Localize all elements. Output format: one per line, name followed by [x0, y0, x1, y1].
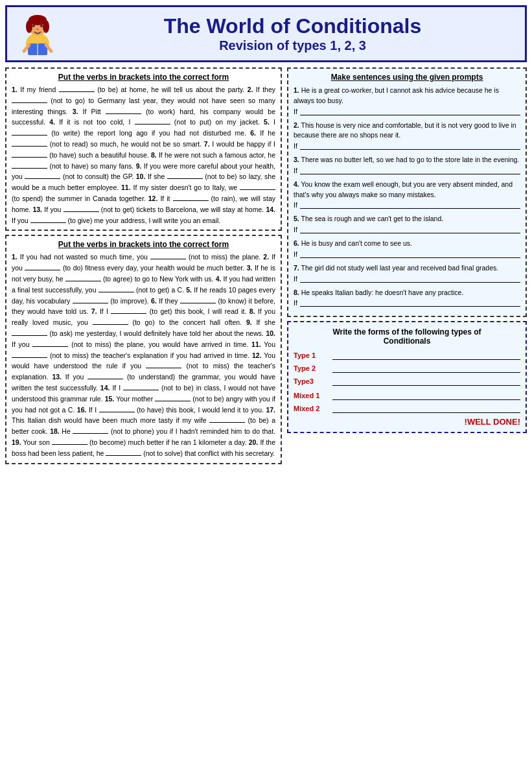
- prompt-3-text: 3. There was no butter left, so we had t…: [294, 155, 520, 165]
- exercise-4-title: Write the forms of the following types o…: [294, 327, 520, 346]
- right-column: Make sentences using the given prompts 1…: [287, 67, 527, 464]
- prompt-6-if: If: [294, 250, 297, 258]
- svg-point-6: [40, 25, 43, 27]
- cond-type2-row: Type 2: [294, 364, 520, 373]
- prompt-2-if: If: [294, 142, 297, 150]
- prompt-5: 5. The sea is rough and we can't get to …: [294, 214, 520, 233]
- exercise-3-title: Make sentences using the given prompts: [294, 73, 520, 82]
- cond-mixed1-row: Mixed 1: [294, 391, 520, 400]
- prompt-7: 7. The girl did not study well last year…: [294, 263, 520, 283]
- main-content: Put the verbs in brackets into the corre…: [5, 67, 527, 464]
- prompt-3: 3. There was no butter left, so we had t…: [294, 155, 520, 174]
- prompt-1-text: 1. He is a great co-worker, but I cannot…: [294, 86, 520, 106]
- prompt-7-text: 7. The girl did not study well last year…: [294, 263, 520, 274]
- page-title: The World of Conditionals: [68, 14, 517, 38]
- cond-mixed2-label: Mixed 2: [294, 405, 332, 412]
- exercise-4-box: Write the forms of the following types o…: [287, 321, 527, 433]
- cond-mixed2-row: Mixed 2: [294, 404, 520, 413]
- prompt-6-line: If: [294, 250, 520, 258]
- prompt-8: 8. He speaks Italian badly: he doesn't h…: [294, 288, 520, 307]
- prompt-1-line: If: [294, 108, 520, 115]
- prompt-7-if: If: [294, 275, 297, 283]
- prompt-3-line: If: [294, 167, 520, 174]
- prompt-6-text: 6. He is busy and can't come to see us.: [294, 239, 520, 249]
- header-text: The World of Conditionals Revision of ty…: [68, 14, 517, 53]
- header-logo: [15, 11, 60, 56]
- exercise-2-title: Put the verbs in brackets into the corre…: [12, 240, 275, 249]
- prompt-8-blank: [300, 299, 520, 307]
- exercise-1-box: Put the verbs in brackets into the corre…: [5, 67, 282, 231]
- cond-type3-row: Type3: [294, 377, 520, 386]
- prompt-6: 6. He is busy and can't come to see us. …: [294, 239, 520, 258]
- prompt-2-text: 2. This house is very nice and comfortab…: [294, 121, 520, 141]
- cond-type1-label: Type 1: [294, 351, 332, 359]
- prompt-2-line: If: [294, 142, 520, 150]
- cond-type1-blank: [332, 351, 520, 360]
- prompt-5-text: 5. The sea is rough and we can't get to …: [294, 214, 520, 224]
- svg-point-4: [43, 20, 49, 33]
- cond-type2-label: Type 2: [294, 364, 332, 372]
- prompt-2-blank: [300, 142, 520, 150]
- cond-type3-blank: [332, 377, 520, 386]
- cond-type1-row: Type 1: [294, 351, 520, 360]
- left-column: Put the verbs in brackets into the corre…: [5, 67, 282, 464]
- prompt-8-text: 8. He speaks Italian badly: he doesn't h…: [294, 288, 520, 298]
- exercise-3-box: Make sentences using the given prompts 1…: [287, 67, 527, 317]
- prompt-3-if: If: [294, 167, 297, 174]
- page: The World of Conditionals Revision of ty…: [0, 0, 532, 758]
- exercise-1-title: Put the verbs in brackets into the corre…: [12, 73, 275, 82]
- page-subtitle: Revision of types 1, 2, 3: [68, 38, 517, 53]
- cond-type3-label: Type3: [294, 377, 332, 385]
- svg-point-5: [32, 25, 35, 27]
- prompt-6-blank: [300, 250, 520, 258]
- cond-type2-blank: [332, 364, 520, 373]
- prompt-1: 1. He is a great co-worker, but I cannot…: [294, 86, 520, 115]
- prompt-7-blank: [300, 275, 520, 283]
- exercise-2-box: Put the verbs in brackets into the corre…: [5, 235, 282, 464]
- prompt-4: 4. You know the exam well enough, but yo…: [294, 180, 520, 209]
- prompt-4-if: If: [294, 201, 297, 209]
- cond-mixed1-blank: [332, 391, 520, 400]
- prompt-2: 2. This house is very nice and comfortab…: [294, 121, 520, 150]
- exercise-2-text: 1. If you had not wasted so much time, y…: [12, 252, 275, 458]
- prompt-5-if: If: [294, 226, 297, 233]
- header: The World of Conditionals Revision of ty…: [5, 5, 527, 62]
- svg-point-3: [26, 20, 32, 33]
- svg-point-7: [36, 29, 39, 30]
- prompt-7-line: If: [294, 275, 520, 283]
- exercise-1-text: 1. If my friend (to be) at home, he will…: [12, 84, 275, 226]
- prompt-1-blank: [300, 108, 520, 115]
- cond-mixed1-label: Mixed 1: [294, 392, 332, 399]
- well-done-text: !WELL DONE!: [294, 417, 520, 427]
- prompt-3-blank: [300, 167, 520, 174]
- prompt-1-if: If: [294, 108, 297, 115]
- prompt-8-if: If: [294, 299, 297, 307]
- prompt-5-blank: [300, 226, 520, 233]
- prompt-8-line: If: [294, 299, 520, 307]
- prompt-5-line: If: [294, 226, 520, 233]
- prompt-4-blank: [300, 201, 520, 209]
- cond-mixed2-blank: [332, 404, 520, 413]
- prompt-4-line: If: [294, 201, 520, 209]
- prompt-4-text: 4. You know the exam well enough, but yo…: [294, 180, 520, 200]
